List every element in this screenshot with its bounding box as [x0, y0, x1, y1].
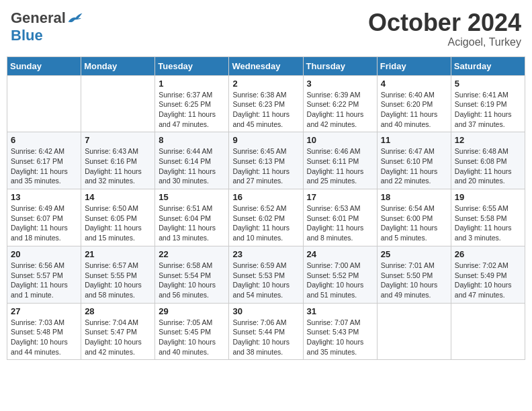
day-info: Sunrise: 6:46 AM Sunset: 6:11 PM Dayligh… [307, 146, 373, 186]
day-number: 2 [232, 79, 299, 89]
day-number: 19 [455, 192, 521, 202]
calendar-cell: 26Sunrise: 7:02 AM Sunset: 5:49 PM Dayli… [451, 246, 525, 303]
day-number: 26 [455, 249, 521, 259]
day-number: 21 [85, 249, 151, 259]
calendar-cell: 20Sunrise: 6:56 AM Sunset: 5:57 PM Dayli… [7, 246, 81, 303]
weekday-header-saturday: Saturday [451, 56, 525, 75]
day-info: Sunrise: 6:41 AM Sunset: 6:19 PM Dayligh… [455, 90, 521, 130]
day-info: Sunrise: 6:37 AM Sunset: 6:25 PM Dayligh… [159, 90, 225, 130]
day-number: 24 [307, 249, 373, 259]
calendar-cell: 22Sunrise: 6:58 AM Sunset: 5:54 PM Dayli… [155, 246, 229, 303]
week-row-1: 1Sunrise: 6:37 AM Sunset: 6:25 PM Daylig… [7, 75, 525, 132]
calendar-cell: 3Sunrise: 6:39 AM Sunset: 6:22 PM Daylig… [303, 75, 377, 132]
calendar-cell [7, 75, 81, 132]
calendar-cell: 25Sunrise: 7:01 AM Sunset: 5:50 PM Dayli… [377, 246, 451, 303]
week-row-3: 13Sunrise: 6:49 AM Sunset: 6:07 PM Dayli… [7, 189, 525, 246]
day-info: Sunrise: 6:49 AM Sunset: 6:07 PM Dayligh… [11, 203, 77, 243]
calendar-cell: 1Sunrise: 6:37 AM Sunset: 6:25 PM Daylig… [155, 75, 229, 132]
calendar-cell: 31Sunrise: 7:07 AM Sunset: 5:43 PM Dayli… [303, 303, 377, 360]
day-info: Sunrise: 6:39 AM Sunset: 6:22 PM Dayligh… [307, 90, 373, 130]
calendar-cell: 15Sunrise: 6:51 AM Sunset: 6:04 PM Dayli… [155, 189, 229, 246]
calendar-cell: 4Sunrise: 6:40 AM Sunset: 6:20 PM Daylig… [377, 75, 451, 132]
day-number: 18 [381, 192, 447, 202]
day-number: 4 [381, 79, 447, 89]
day-number: 22 [159, 249, 225, 259]
day-info: Sunrise: 6:53 AM Sunset: 6:01 PM Dayligh… [307, 203, 373, 243]
calendar-cell: 12Sunrise: 6:48 AM Sunset: 6:08 PM Dayli… [451, 132, 525, 189]
calendar-cell: 30Sunrise: 7:06 AM Sunset: 5:44 PM Dayli… [229, 303, 303, 360]
calendar-cell: 9Sunrise: 6:45 AM Sunset: 6:13 PM Daylig… [229, 132, 303, 189]
day-info: Sunrise: 7:05 AM Sunset: 5:45 PM Dayligh… [159, 318, 225, 357]
day-info: Sunrise: 6:57 AM Sunset: 5:55 PM Dayligh… [85, 261, 151, 300]
calendar-cell: 8Sunrise: 6:44 AM Sunset: 6:14 PM Daylig… [155, 132, 229, 189]
calendar-cell: 5Sunrise: 6:41 AM Sunset: 6:19 PM Daylig… [451, 75, 525, 132]
week-row-5: 27Sunrise: 7:03 AM Sunset: 5:48 PM Dayli… [7, 303, 525, 360]
day-number: 30 [232, 306, 299, 316]
day-number: 12 [455, 135, 521, 145]
calendar-cell: 19Sunrise: 6:55 AM Sunset: 5:58 PM Dayli… [451, 189, 525, 246]
calendar-cell: 14Sunrise: 6:50 AM Sunset: 6:05 PM Dayli… [81, 189, 155, 246]
day-number: 1 [159, 79, 225, 89]
day-info: Sunrise: 7:00 AM Sunset: 5:52 PM Dayligh… [307, 261, 373, 300]
day-info: Sunrise: 7:06 AM Sunset: 5:44 PM Dayligh… [232, 318, 299, 357]
weekday-header-row: SundayMondayTuesdayWednesdayThursdayFrid… [7, 56, 525, 75]
day-info: Sunrise: 6:56 AM Sunset: 5:57 PM Dayligh… [11, 261, 77, 300]
day-info: Sunrise: 6:48 AM Sunset: 6:08 PM Dayligh… [455, 146, 521, 186]
logo: General Blue [11, 9, 83, 44]
week-row-4: 20Sunrise: 6:56 AM Sunset: 5:57 PM Dayli… [7, 246, 525, 303]
day-number: 7 [85, 135, 151, 145]
day-number: 8 [159, 135, 225, 145]
location: Acigoel, Turkey [368, 36, 521, 48]
day-info: Sunrise: 7:07 AM Sunset: 5:43 PM Dayligh… [307, 318, 373, 357]
day-number: 28 [85, 306, 151, 316]
logo-bird-icon [67, 12, 83, 24]
weekday-header-tuesday: Tuesday [155, 56, 229, 75]
calendar-cell [81, 75, 155, 132]
day-info: Sunrise: 6:54 AM Sunset: 6:00 PM Dayligh… [381, 203, 447, 243]
day-number: 3 [307, 79, 373, 89]
calendar-cell: 13Sunrise: 6:49 AM Sunset: 6:07 PM Dayli… [7, 189, 81, 246]
day-info: Sunrise: 7:01 AM Sunset: 5:50 PM Dayligh… [381, 261, 447, 300]
day-number: 9 [232, 135, 299, 145]
calendar-cell: 18Sunrise: 6:54 AM Sunset: 6:00 PM Dayli… [377, 189, 451, 246]
calendar-cell: 27Sunrise: 7:03 AM Sunset: 5:48 PM Dayli… [7, 303, 81, 360]
calendar-cell: 16Sunrise: 6:52 AM Sunset: 6:02 PM Dayli… [229, 189, 303, 246]
logo-blue: Blue [11, 27, 43, 44]
week-row-2: 6Sunrise: 6:42 AM Sunset: 6:17 PM Daylig… [7, 132, 525, 189]
day-number: 14 [85, 192, 151, 202]
day-number: 23 [232, 249, 299, 259]
weekday-header-sunday: Sunday [7, 56, 81, 75]
day-number: 16 [232, 192, 299, 202]
weekday-header-wednesday: Wednesday [229, 56, 303, 75]
day-number: 13 [11, 192, 77, 202]
day-info: Sunrise: 7:04 AM Sunset: 5:47 PM Dayligh… [85, 318, 151, 357]
calendar-cell: 24Sunrise: 7:00 AM Sunset: 5:52 PM Dayli… [303, 246, 377, 303]
calendar-cell: 2Sunrise: 6:38 AM Sunset: 6:23 PM Daylig… [229, 75, 303, 132]
day-info: Sunrise: 6:55 AM Sunset: 5:58 PM Dayligh… [455, 203, 521, 243]
calendar-cell: 17Sunrise: 6:53 AM Sunset: 6:01 PM Dayli… [303, 189, 377, 246]
calendar-cell [451, 303, 525, 360]
day-number: 25 [381, 249, 447, 259]
weekday-header-monday: Monday [81, 56, 155, 75]
day-number: 6 [11, 135, 77, 145]
calendar-table: SundayMondayTuesdayWednesdayThursdayFrid… [7, 56, 525, 361]
day-info: Sunrise: 6:38 AM Sunset: 6:23 PM Dayligh… [232, 90, 299, 130]
day-number: 20 [11, 249, 77, 259]
day-info: Sunrise: 6:43 AM Sunset: 6:16 PM Dayligh… [85, 146, 151, 186]
day-number: 11 [381, 135, 447, 145]
day-info: Sunrise: 6:45 AM Sunset: 6:13 PM Dayligh… [232, 146, 299, 186]
calendar-cell: 28Sunrise: 7:04 AM Sunset: 5:47 PM Dayli… [81, 303, 155, 360]
day-info: Sunrise: 6:58 AM Sunset: 5:54 PM Dayligh… [159, 261, 225, 300]
calendar-cell: 10Sunrise: 6:46 AM Sunset: 6:11 PM Dayli… [303, 132, 377, 189]
calendar-cell: 21Sunrise: 6:57 AM Sunset: 5:55 PM Dayli… [81, 246, 155, 303]
day-info: Sunrise: 6:40 AM Sunset: 6:20 PM Dayligh… [381, 90, 447, 130]
day-info: Sunrise: 6:44 AM Sunset: 6:14 PM Dayligh… [159, 146, 225, 186]
page-header: General Blue October 2024 Acigoel, Turke… [7, 7, 525, 51]
calendar-cell [377, 303, 451, 360]
calendar-cell: 23Sunrise: 6:59 AM Sunset: 5:53 PM Dayli… [229, 246, 303, 303]
logo-general: General [11, 9, 66, 27]
calendar-cell: 7Sunrise: 6:43 AM Sunset: 6:16 PM Daylig… [81, 132, 155, 189]
day-info: Sunrise: 6:47 AM Sunset: 6:10 PM Dayligh… [381, 146, 447, 186]
month-title: October 2024 [368, 9, 521, 36]
calendar-cell: 11Sunrise: 6:47 AM Sunset: 6:10 PM Dayli… [377, 132, 451, 189]
